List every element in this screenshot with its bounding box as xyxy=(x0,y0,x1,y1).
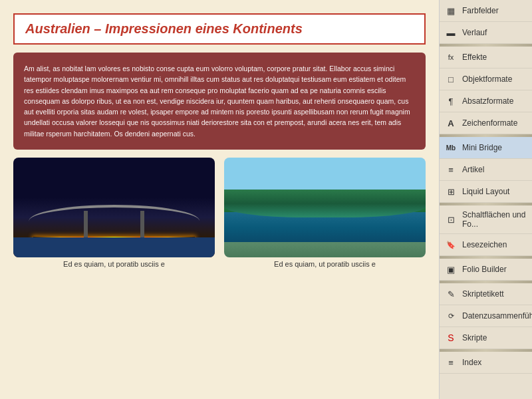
farbfelder-icon: ▦ xyxy=(445,5,457,17)
skriptetikett-icon: ✎ xyxy=(445,288,457,300)
sidebar-label-verlauf: Verlauf xyxy=(462,28,487,37)
bridge-reflection xyxy=(43,244,184,256)
bridge-lights xyxy=(33,237,194,239)
sidebar-label-farbfelder: Farbfelder xyxy=(462,6,499,15)
sidebar-item-absatzformate[interactable]: ¶ Absatzformate xyxy=(440,90,532,112)
image-container-2: Ed es quiam, ut poratib usciis e xyxy=(224,158,426,268)
sidebar-label-schaltflachen: Schaltflächen und Fo... xyxy=(462,210,527,229)
sidebar-label-effekte: Effekte xyxy=(462,53,487,62)
folio-builder-icon: ▣ xyxy=(445,263,457,275)
sidebar-label-zeichenformate: Zeichenformate xyxy=(462,118,517,128)
bridge-tower-right xyxy=(140,211,144,237)
objektformate-icon: □ xyxy=(445,73,457,85)
sidebar-item-schaltflachen[interactable]: ⊡ Schaltflächen und Fo... xyxy=(440,205,532,234)
sidebar-item-index[interactable]: ≡ Index xyxy=(440,352,532,374)
sidebar-item-mini-bridge[interactable]: Mb Mini Bridge xyxy=(440,137,532,159)
artikel-icon: ≡ xyxy=(445,164,457,176)
sidebar-label-absatzformate: Absatzformate xyxy=(462,96,513,106)
sidebar-label-skripte: Skripte xyxy=(462,333,487,342)
lesezeichen-icon: 🔖 xyxy=(445,239,457,251)
liquid-layout-icon: ⊞ xyxy=(445,186,457,198)
body-text: Am alist, as nobitat lam volores es nobi… xyxy=(24,65,410,138)
sidebar-item-artikel[interactable]: ≡ Artikel xyxy=(440,159,532,181)
page-title: Australien – Impressionen eines Kontinen… xyxy=(13,13,426,45)
index-icon: ≡ xyxy=(445,356,457,368)
schaltflachen-icon: ⊡ xyxy=(445,213,457,225)
sidebar-item-effekte[interactable]: fx Effekte xyxy=(440,47,532,68)
datenzusammenfuhr-icon: ⟳ xyxy=(445,310,457,322)
sidebar-item-lesezeichen[interactable]: 🔖 Lesezeichen xyxy=(440,234,532,256)
sidebar-label-artikel: Artikel xyxy=(462,165,484,174)
sidebar-item-folio-builder[interactable]: ▣ Folio Builder xyxy=(440,259,532,281)
sidebar-label-index: Index xyxy=(462,358,481,367)
sidebar: ▦ Farbfelder ▬ Verlauf fx Effekte □ Obje… xyxy=(439,0,532,399)
sidebar-label-lesezeichen: Lesezeichen xyxy=(462,240,507,249)
sidebar-item-objektformate[interactable]: □ Objektformate xyxy=(440,68,532,90)
sidebar-item-datenzusammenfuhr[interactable]: ⟳ Datenzusammenführ... xyxy=(440,305,532,327)
sidebar-item-skriptetikett[interactable]: ✎ Skriptetikett xyxy=(440,283,532,305)
absatzformate-icon: ¶ xyxy=(445,95,457,107)
sidebar-item-liquid-layout[interactable]: ⊞ Liquid Layout xyxy=(440,181,532,203)
image-container-1: Ed es quiam, ut poratib usciis e xyxy=(13,158,215,268)
effekte-icon: fx xyxy=(445,51,457,63)
mini-bridge-icon: Mb xyxy=(445,142,457,154)
main-content: Australien – Impressionen eines Kontinen… xyxy=(0,0,439,399)
sidebar-item-verlauf[interactable]: ▬ Verlauf xyxy=(440,22,532,44)
sidebar-label-datenzusammenfuhr: Datenzusammenführ... xyxy=(462,311,532,321)
bridge-tower-left xyxy=(84,211,88,237)
sidebar-label-skriptetikett: Skriptetikett xyxy=(462,289,504,299)
skripte-icon: S xyxy=(445,332,457,344)
image-frame-1 xyxy=(13,158,215,257)
bridge-image xyxy=(13,158,215,257)
sidebar-item-farbfelder[interactable]: ▦ Farbfelder xyxy=(440,0,532,22)
images-row: Ed es quiam, ut poratib usciis e Ed es q… xyxy=(13,158,426,268)
sidebar-item-zeichenformate[interactable]: A Zeichenformate xyxy=(440,112,532,134)
sidebar-label-objektformate: Objektformate xyxy=(462,74,512,84)
sidebar-label-mini-bridge: Mini Bridge xyxy=(462,143,502,152)
zeichenformate-icon: A xyxy=(445,117,457,129)
sidebar-label-liquid-layout: Liquid Layout xyxy=(462,187,509,196)
verlauf-icon: ▬ xyxy=(445,27,457,39)
sidebar-item-skripte[interactable]: S Skripte xyxy=(440,327,532,349)
image-frame-2 xyxy=(224,158,426,257)
coast-image xyxy=(224,158,426,257)
body-text-block: Am alist, as nobitat lam volores es nobi… xyxy=(13,53,426,150)
image-caption-2: Ed es quiam, ut poratib usciis e xyxy=(224,260,426,268)
image-caption-1: Ed es quiam, ut poratib usciis e xyxy=(13,260,215,268)
sidebar-label-folio-builder: Folio Builder xyxy=(462,265,507,274)
